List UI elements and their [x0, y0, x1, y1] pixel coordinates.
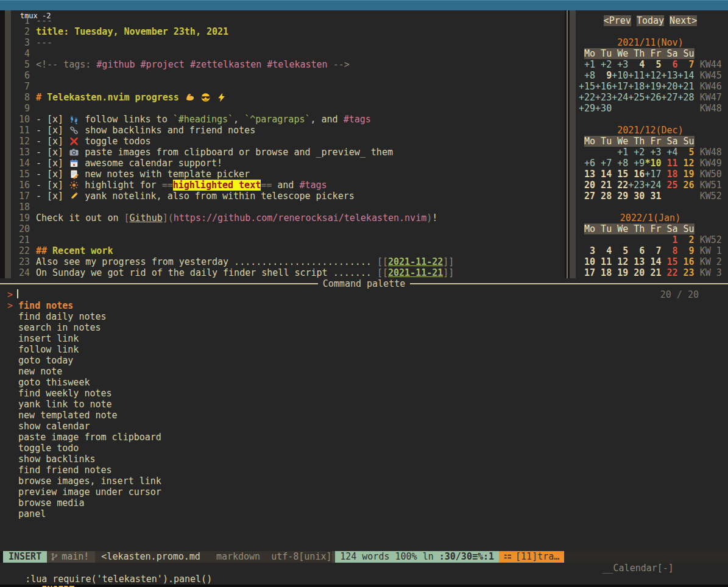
calendar-day[interactable]: +20: [661, 81, 677, 92]
link[interactable]: 2021-11-22: [388, 256, 443, 267]
calendar-day[interactable]: 17: [579, 267, 595, 278]
calendar-day[interactable]: 14: [645, 256, 661, 267]
palette-item[interactable]: new note: [0, 366, 728, 377]
calendar-day[interactable]: 13: [579, 169, 595, 180]
calendar-day[interactable]: 15: [612, 169, 628, 180]
palette-item[interactable]: search in notes: [0, 322, 728, 333]
calendar-day[interactable]: 6: [628, 245, 645, 256]
buffer-tab-active[interactable]: [11]tra…: [499, 551, 564, 563]
palette-item[interactable]: > find notes: [0, 300, 728, 311]
calendar-day[interactable]: +21: [678, 81, 694, 92]
calendar-day[interactable]: 20: [579, 180, 595, 191]
calendar-day[interactable]: 19: [612, 267, 628, 278]
calendar-day[interactable]: +1: [579, 59, 595, 70]
calendar-day[interactable]: 20: [628, 267, 645, 278]
calendar-day[interactable]: +6: [579, 158, 595, 169]
calendar-day[interactable]: +16: [595, 81, 612, 92]
calendar-day[interactable]: 19: [678, 169, 694, 180]
calendar-day[interactable]: +17: [612, 81, 628, 92]
calendar-day[interactable]: 30: [628, 191, 645, 202]
calendar-day[interactable]: +29: [579, 103, 595, 114]
calendar-day[interactable]: 21: [645, 267, 661, 278]
calendar-day[interactable]: +23: [628, 180, 645, 191]
calendar-day[interactable]: 8: [661, 245, 677, 256]
calendar-pane[interactable]: <Prev Today Next>2021/11(Nov) Mo Tu We T…: [576, 10, 728, 278]
palette-item[interactable]: show backlinks: [0, 454, 728, 465]
calendar-day[interactable]: +7: [595, 158, 612, 169]
calendar-day[interactable]: 7: [645, 245, 661, 256]
link[interactable]: https://github.com/renerocksai/telekaste…: [174, 213, 426, 223]
editor-pane[interactable]: 1---2title: Tuesday, November 23th, 2021…: [11, 10, 565, 278]
calendar-day[interactable]: 25: [661, 180, 677, 191]
palette-item[interactable]: goto thisweek: [0, 377, 728, 388]
calendar-day[interactable]: +12: [645, 70, 661, 81]
calendar-day[interactable]: 11: [595, 256, 612, 267]
calendar-day[interactable]: 15: [661, 256, 677, 267]
today-button[interactable]: Today: [637, 15, 664, 26]
calendar-day[interactable]: 4: [595, 245, 612, 256]
calendar-day[interactable]: 5: [645, 59, 661, 70]
palette-item[interactable]: find friend notes: [0, 465, 728, 476]
calendar-day[interactable]: +17: [645, 169, 661, 180]
calendar-day[interactable]: 9: [595, 70, 612, 81]
calendar-day[interactable]: 4: [628, 59, 645, 70]
calendar-day[interactable]: *10: [645, 158, 661, 169]
link[interactable]: 2021-11-21: [388, 267, 443, 278]
calendar-day[interactable]: 29: [612, 191, 628, 202]
calendar-day[interactable]: +24: [612, 92, 628, 103]
calendar-day[interactable]: 14: [595, 169, 612, 180]
calendar-day[interactable]: +11: [628, 70, 645, 81]
calendar-day[interactable]: +25: [628, 92, 645, 103]
calendar-day[interactable]: 22: [612, 180, 628, 191]
calendar-day[interactable]: +2: [628, 147, 645, 158]
calendar-day[interactable]: 31: [645, 191, 661, 202]
calendar-day[interactable]: +8: [612, 158, 628, 169]
palette-item[interactable]: browse media: [0, 497, 728, 508]
calendar-day[interactable]: +24: [645, 180, 661, 191]
calendar-day[interactable]: 18: [595, 267, 612, 278]
editor-scrollbar[interactable]: [5, 10, 11, 278]
calendar-day[interactable]: 2: [678, 234, 694, 245]
calendar-day[interactable]: 10: [579, 256, 595, 267]
palette-item[interactable]: toggle todo: [0, 443, 728, 454]
calendar-day[interactable]: 16: [628, 169, 645, 180]
palette-item[interactable]: insert link: [0, 333, 728, 344]
calendar-day[interactable]: 23: [678, 267, 694, 278]
calendar-day[interactable]: +10: [612, 70, 628, 81]
palette-item[interactable]: yank link to note: [0, 399, 728, 410]
calendar-day[interactable]: +22: [579, 92, 595, 103]
calendar-day[interactable]: +27: [661, 92, 677, 103]
calendar-scrollbar[interactable]: [570, 10, 576, 278]
calendar-day[interactable]: +2: [595, 59, 612, 70]
calendar-day[interactable]: 18: [661, 169, 677, 180]
calendar-day[interactable]: 13: [628, 256, 645, 267]
palette-item[interactable]: goto today: [0, 355, 728, 366]
palette-prompt[interactable]: > 20 / 20: [0, 289, 728, 300]
palette-item[interactable]: preview image under cursor: [0, 487, 728, 497]
calendar-day[interactable]: +3: [645, 147, 661, 158]
palette-item[interactable]: browse images, insert link: [0, 476, 728, 487]
calendar-day[interactable]: 7: [678, 59, 694, 70]
calendar-day[interactable]: +26: [645, 92, 661, 103]
calendar-day[interactable]: 3: [579, 245, 595, 256]
palette-item[interactable]: panel: [0, 508, 728, 519]
calendar-day[interactable]: +13: [661, 70, 677, 81]
palette-item[interactable]: find weekly notes: [0, 388, 728, 399]
calendar-day[interactable]: 1: [661, 234, 677, 245]
calendar-day[interactable]: 22: [661, 267, 677, 278]
calendar-day[interactable]: +14: [678, 70, 694, 81]
palette-item[interactable]: new templated note: [0, 410, 728, 421]
calendar-day[interactable]: 12: [678, 158, 694, 169]
next-button[interactable]: Next>: [670, 15, 697, 26]
calendar-day[interactable]: 26: [678, 180, 694, 191]
calendar-day[interactable]: +9: [628, 158, 645, 169]
palette-item[interactable]: paste image from clipboard: [0, 432, 728, 443]
calendar-day[interactable]: +30: [595, 103, 612, 114]
calendar-day[interactable]: 9: [678, 245, 694, 256]
calendar-day[interactable]: 27: [579, 191, 595, 202]
calendar-day[interactable]: 5: [612, 245, 628, 256]
calendar-day[interactable]: 11: [661, 158, 677, 169]
calendar-day[interactable]: +1: [612, 147, 628, 158]
palette-item[interactable]: find daily notes: [0, 311, 728, 322]
calendar-day[interactable]: +4: [661, 147, 677, 158]
